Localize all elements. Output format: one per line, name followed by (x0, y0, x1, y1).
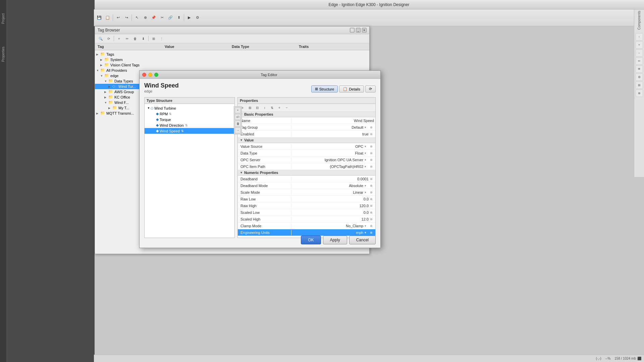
props-row-opc-server[interactable]: OPC Server Ignition OPC UA Server ▾ ⊗ (238, 157, 375, 163)
opc-item-path-dropdown[interactable]: ▾ (365, 165, 370, 168)
folder-icon-wind-farm: 📁 (108, 100, 114, 105)
props-row-deadband-mode[interactable]: Deadband Mode Absolute ▾ ⊗ (238, 182, 375, 189)
apply-button[interactable]: Apply (323, 236, 347, 244)
type-item-wind-turbine[interactable]: ▼ ◇ Wind Turbine (145, 105, 234, 111)
tree-label-aws-group: AWS Group (114, 90, 134, 94)
props-opc-server-label: OPC Server (238, 157, 291, 163)
scale-mode-dropdown[interactable]: ▾ (365, 191, 370, 194)
tb-minimize-button[interactable]: _ (356, 28, 361, 33)
props-filter-btn[interactable]: ⊟ (254, 105, 261, 111)
rs-move-button[interactable]: ⊕ (636, 89, 643, 97)
tb-import-button[interactable]: ⬇ (140, 35, 147, 42)
props-section-value[interactable]: ▼ Value (238, 137, 375, 143)
te-minimize-button[interactable] (148, 73, 152, 77)
tb-table-button[interactable]: ⊞ (150, 35, 157, 42)
props-sort2-btn[interactable]: ⇅ (269, 105, 275, 111)
opc-server-dropdown[interactable]: ▾ (365, 158, 370, 162)
props-remove-btn[interactable]: − (283, 105, 290, 111)
ts-delete-button[interactable]: 🗑 (235, 121, 241, 127)
copy-button[interactable]: ⊕ (141, 14, 149, 22)
props-row-scaled-low[interactable]: Scaled Low 0.0 ⊗ (238, 209, 375, 216)
te-tag-name: Wind Speed (144, 82, 179, 89)
save-as-button[interactable]: 📋 (104, 14, 112, 22)
value-source-dropdown[interactable]: ▾ (365, 145, 370, 148)
settings-button[interactable]: ⚙ (194, 14, 202, 22)
props-row-raw-high[interactable]: Raw High 120.0 ⊗ (238, 202, 375, 209)
ts-tag-button[interactable]: 🏷 (235, 114, 241, 120)
props-row-deadband[interactable]: Deadband 0.0001 ⊗ (238, 176, 375, 182)
rs-pencil-button[interactable]: ✏ (636, 57, 643, 65)
tb-restore-button[interactable]: ⬜ (350, 28, 355, 33)
type-item-wind-speed[interactable]: ◆ Wind Speed ⇅ (145, 128, 234, 134)
props-row-scale-mode[interactable]: Scale Mode Linear ▾ ⊗ (238, 189, 375, 196)
props-row-raw-low[interactable]: Raw Low 0.0 ⊗ (238, 196, 375, 202)
props-section-numeric[interactable]: ▼ Numeric Properties (238, 170, 375, 176)
tb-config-button[interactable]: ⋮ (158, 35, 165, 42)
rs-zoom-out-button[interactable]: − (636, 49, 643, 57)
ts-add-button[interactable]: + (235, 107, 241, 113)
tb-window-controls: ⬜ _ × (350, 28, 367, 33)
eng-units-dropdown[interactable]: ▾ (365, 231, 370, 234)
props-row-name[interactable]: Name Wind Speed (238, 117, 375, 124)
type-item-rpm[interactable]: ◆ RPM ⇅ (145, 111, 234, 117)
type-item-wind-direction[interactable]: ◆ Wind Direction ⇅ (145, 122, 234, 128)
props-scale-mode-value: Linear (291, 190, 365, 195)
tb-delete-button[interactable]: 🗑 (131, 35, 139, 42)
rs-settings-button[interactable]: ⚙ (636, 73, 643, 81)
delete-button[interactable]: ✂ (158, 14, 166, 22)
raw-high-link: ⊗ (370, 204, 375, 207)
rs-eye-button[interactable]: 👁 (636, 65, 643, 73)
tree-item-system[interactable]: ▶ 📁 System (95, 57, 369, 62)
wind-speed-indicator: ⇅ (181, 129, 184, 133)
props-row-engineering-units[interactable]: Engineering Units mph ▾ ⊗ (238, 229, 375, 236)
te-structure-button[interactable]: ⊞ Structure (311, 85, 338, 93)
props-row-tag-group[interactable]: Tag Group Default ▾ ⊗ (238, 124, 375, 131)
tb-close-button[interactable]: × (362, 28, 367, 33)
tb-search-button[interactable]: 🔍 (97, 35, 104, 42)
props-row-opc-item-path[interactable]: OPC Item Path {OPCTagPath}HR02 ▾ ⊗ (238, 163, 375, 170)
tb-edit-button[interactable]: ✏ (123, 35, 131, 42)
props-sort-btn[interactable]: ↕ (261, 105, 268, 111)
tree-item-vision-client[interactable]: ▶ 📁 Vision Client Tags (95, 62, 369, 68)
clamp-mode-dropdown[interactable]: ▾ (365, 224, 370, 228)
ok-button[interactable]: OK (301, 236, 321, 244)
redo-button[interactable]: ↪ (122, 14, 130, 22)
rs-grid-button[interactable]: ⊞ (636, 81, 643, 89)
props-section-basic[interactable]: ▼ Basic Properties (238, 112, 375, 117)
tb-refresh-button[interactable]: ⟳ (105, 35, 112, 42)
props-row-enabled[interactable]: Enabled true ⊗ (238, 131, 375, 137)
props-row-value-source[interactable]: Value Source OPC ▾ ⊗ (238, 143, 375, 150)
props-opc-item-path-value: {OPCTagPath}HR02 (291, 164, 365, 169)
paste-button[interactable]: 📌 (150, 14, 158, 22)
props-grid-btn[interactable]: ⊞ (247, 105, 253, 111)
tag-group-dropdown[interactable]: ▾ (365, 126, 370, 129)
cancel-button[interactable]: Cancel (349, 236, 376, 244)
link-button[interactable]: 🔗 (166, 14, 174, 22)
folder-icon-vision: 📁 (104, 63, 110, 67)
tb-add-button[interactable]: + (115, 35, 123, 42)
data-type-dropdown[interactable]: ▾ (365, 152, 370, 155)
tree-arrow-mqtt: ▶ (96, 112, 100, 115)
te-details-button[interactable]: 📋 Details (339, 85, 364, 93)
folder-icon-aws-group: 📁 (108, 89, 114, 94)
tree-label-my-t: My T... (118, 106, 129, 110)
export-button[interactable]: ⬆ (175, 14, 183, 22)
te-close-button[interactable] (142, 73, 146, 77)
type-item-torque[interactable]: ◆ Torque (145, 117, 234, 122)
select-button[interactable]: ↖ (133, 14, 141, 22)
props-row-data-type[interactable]: Data Type Float ▾ ⊗ (238, 150, 375, 157)
te-maximize-button[interactable] (154, 73, 158, 77)
props-enabled-label: Enabled (238, 131, 291, 137)
undo-button[interactable]: ↩ (114, 14, 122, 22)
props-row-clamp-mode[interactable]: Clamp Mode No_Clamp ▾ ⊗ (238, 223, 375, 229)
deadband-mode-dropdown[interactable]: ▾ (365, 184, 370, 187)
ts-arrow-button[interactable]: → (235, 127, 241, 133)
play-button[interactable]: ▶ (185, 14, 193, 22)
rs-zoom-in-button[interactable]: + (636, 41, 643, 49)
props-row-scaled-high[interactable]: Scaled High 12.0 ⊗ (238, 216, 375, 223)
tree-item-tags[interactable]: ▶ 📁 Tags (95, 52, 369, 57)
save-button[interactable]: 💾 (95, 14, 103, 22)
rs-arrow-button[interactable]: ↑ (636, 33, 643, 41)
te-refresh-button[interactable]: ⟳ (365, 85, 376, 93)
props-add-btn[interactable]: + (276, 105, 283, 111)
